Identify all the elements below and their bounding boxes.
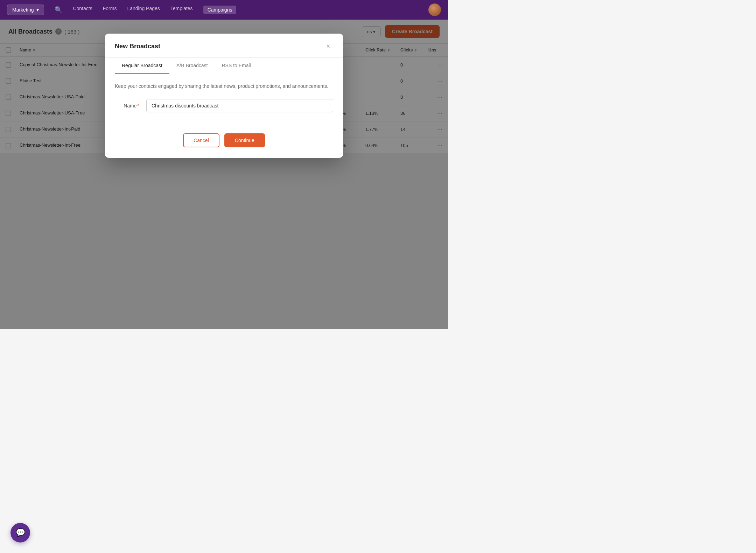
name-form-row: Name* [115,99,333,112]
continue-button[interactable]: Continue [224,133,265,147]
tab-regular-broadcast[interactable]: Regular Broadcast [115,58,169,74]
dropdown-icon: ▾ [36,7,39,13]
new-broadcast-modal: New Broadcast × Regular Broadcast A/B Br… [105,34,343,158]
nav-templates[interactable]: Templates [170,6,193,14]
nav-links: Contacts Forms Landing Pages Templates C… [73,6,418,14]
modal-body: Keep your contacts engaged by sharing th… [105,74,343,133]
broadcast-name-input[interactable] [146,99,333,112]
main-content: All Broadcasts ? ( 163 ) ns ▾ Create Bro… [0,20,448,329]
modal-title: New Broadcast [115,43,160,50]
required-star: * [138,103,139,108]
modal-close-button[interactable]: × [323,41,333,51]
tab-rss-to-email[interactable]: RSS to Email [215,58,258,74]
modal-overlay: New Broadcast × Regular Broadcast A/B Br… [0,20,448,329]
app-name: Marketing [12,7,34,13]
avatar[interactable] [428,4,441,16]
modal-description: Keep your contacts engaged by sharing th… [115,83,333,90]
nav-campaigns[interactable]: Campaigns [203,6,237,14]
search-icon[interactable]: 🔍 [55,6,62,14]
nav-landing-pages[interactable]: Landing Pages [127,6,160,14]
nav-contacts[interactable]: Contacts [73,6,92,14]
modal-header: New Broadcast × [105,34,343,58]
nav-forms[interactable]: Forms [103,6,117,14]
top-navigation: Marketing ▾ 🔍 Contacts Forms Landing Pag… [0,0,448,20]
cancel-button[interactable]: Cancel [183,133,219,147]
app-dropdown[interactable]: Marketing ▾ [7,5,44,15]
modal-footer: Cancel Continue [105,133,343,158]
modal-tabs: Regular Broadcast A/B Broadcast RSS to E… [105,58,343,74]
tab-ab-broadcast[interactable]: A/B Broadcast [169,58,215,74]
name-label: Name* [115,103,139,108]
